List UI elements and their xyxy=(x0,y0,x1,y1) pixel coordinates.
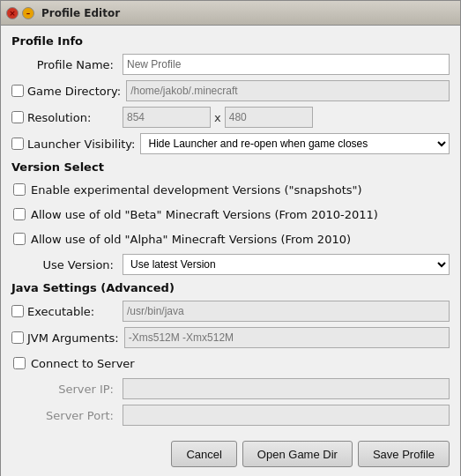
snapshots-row: Enable experimental development Versions… xyxy=(11,179,450,200)
use-version-row: Use Version: Use latest Version xyxy=(11,253,450,276)
resolution-height-input[interactable] xyxy=(225,107,313,128)
snapshots-label: Enable experimental development Versions… xyxy=(31,183,362,197)
server-ip-label: Server IP: xyxy=(11,383,117,396)
beta-row: Allow use of old "Beta" Minecraft Versio… xyxy=(11,204,450,225)
save-profile-button[interactable]: Save Profile xyxy=(358,441,450,467)
server-ip-input[interactable] xyxy=(123,378,450,399)
buttons-row: Cancel Open Game Dir Save Profile xyxy=(11,437,450,467)
game-directory-row: Game Directory: xyxy=(11,79,450,102)
beta-checkbox[interactable] xyxy=(13,208,26,220)
use-version-label: Use Version: xyxy=(11,258,117,271)
close-button[interactable]: × xyxy=(6,7,19,19)
cancel-button[interactable]: Cancel xyxy=(171,441,236,467)
jvm-arguments-row: JVM Arguments: xyxy=(11,326,450,349)
snapshots-checkbox[interactable] xyxy=(13,183,26,196)
executable-checkbox[interactable] xyxy=(11,305,24,317)
connect-server-label: Connect to Server xyxy=(31,357,135,370)
minimize-button[interactable]: – xyxy=(22,7,34,19)
launcher-visibility-select[interactable]: Hide Launcher and re-open when game clos… xyxy=(140,133,450,154)
jvm-arguments-input[interactable] xyxy=(124,327,450,348)
profile-name-row: Profile Name: xyxy=(11,53,450,76)
executable-check-label: Executable: xyxy=(11,305,117,318)
launcher-visibility-label: Launcher Visibility: xyxy=(27,138,135,151)
profile-editor-window: × – Profile Editor Profile Info Profile … xyxy=(0,0,461,476)
jvm-arguments-checkbox[interactable] xyxy=(11,331,24,344)
profile-name-input[interactable] xyxy=(123,54,450,75)
game-directory-label: Game Directory: xyxy=(27,85,121,98)
game-directory-checkbox[interactable] xyxy=(11,85,24,97)
profile-name-label: Profile Name: xyxy=(11,58,117,71)
content-area: Profile Info Profile Name: Game Director… xyxy=(1,26,460,476)
java-settings-section-label: Java Settings (Advanced) xyxy=(11,281,450,294)
titlebar-buttons: × – xyxy=(6,7,34,19)
launcher-visibility-checkbox[interactable] xyxy=(11,138,24,150)
alpha-checkbox[interactable] xyxy=(13,233,26,245)
server-port-row: Server Port: xyxy=(11,404,450,427)
server-ip-row: Server IP: xyxy=(11,377,450,400)
server-port-label: Server Port: xyxy=(11,409,117,422)
window-title: Profile Editor xyxy=(41,7,120,19)
open-game-dir-button[interactable]: Open Game Dir xyxy=(242,441,353,467)
alpha-row: Allow use of old "Alpha" Minecraft Versi… xyxy=(11,228,450,249)
beta-label: Allow use of old "Beta" Minecraft Versio… xyxy=(31,208,378,221)
executable-input[interactable] xyxy=(123,301,450,322)
executable-label: Executable: xyxy=(27,305,94,318)
profile-info-section-label: Profile Info xyxy=(11,34,450,48)
connect-server-row: Connect to Server xyxy=(11,353,450,374)
resolution-inputs: x xyxy=(123,107,313,128)
resolution-width-input[interactable] xyxy=(123,107,211,128)
launcher-visibility-row: Launcher Visibility: Hide Launcher and r… xyxy=(11,132,450,155)
jvm-arguments-label: JVM Arguments: xyxy=(27,331,119,345)
resolution-checkbox[interactable] xyxy=(11,111,24,123)
resolution-row: Resolution: x xyxy=(11,106,450,129)
jvm-check-label: JVM Arguments: xyxy=(11,331,119,345)
resolution-label: Resolution: xyxy=(27,111,91,124)
server-port-input[interactable] xyxy=(123,405,450,426)
titlebar: × – Profile Editor xyxy=(1,1,460,26)
executable-row: Executable: xyxy=(11,300,450,323)
game-directory-input[interactable] xyxy=(126,80,450,101)
alpha-label: Allow use of old "Alpha" Minecraft Versi… xyxy=(31,233,351,246)
connect-server-checkbox[interactable] xyxy=(13,357,26,369)
resolution-x-separator: x xyxy=(214,111,221,124)
use-version-select[interactable]: Use latest Version xyxy=(123,254,450,275)
resolution-check-label: Resolution: xyxy=(11,111,117,124)
version-select-section-label: Version Select xyxy=(11,160,450,174)
game-directory-check-label: Game Directory: xyxy=(11,85,121,98)
launcher-visibility-check-label: Launcher Visibility: xyxy=(11,138,135,151)
